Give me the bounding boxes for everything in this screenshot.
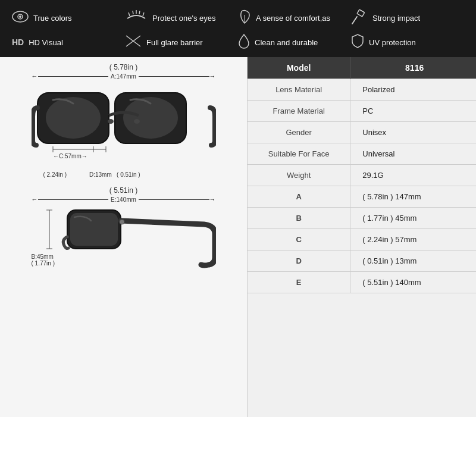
spec-c-value: ( 2.24in ) 57mm <box>350 229 476 250</box>
spec-face-value: Universal <box>350 143 476 165</box>
banner-row-1: True colors Protect one's eyes <box>12 8 464 27</box>
spec-d-label: D <box>248 250 350 272</box>
feature-uv-protection: UV protection <box>351 33 464 51</box>
spec-c-label: C <box>248 229 350 250</box>
feature-clean-text: Clean and durable <box>255 38 318 47</box>
b-dim-label: B:45mm ( 1.77in ) <box>32 253 55 267</box>
header-col1: Model <box>248 57 350 79</box>
feature-glare-barrier: Full glare barrier <box>125 35 238 50</box>
feature-uv-text: UV protection <box>369 38 416 47</box>
spec-frame-value: PC <box>350 101 476 122</box>
spec-lens-value: Polarized <box>350 79 476 101</box>
lashes-icon <box>125 10 148 26</box>
spec-e-label: E <box>248 272 350 293</box>
spec-row-d: D ( 0.51in ) 13mm <box>248 250 476 272</box>
main-content: ( 5.78in ) ← A:147mm → <box>0 57 476 417</box>
feature-protect-text: Protect one's eyes <box>152 14 216 23</box>
svg-line-4 <box>133 11 133 14</box>
spec-row-a: A ( 5.78in ) 147mm <box>248 186 476 208</box>
spec-row-gender: Gender Unisex <box>248 122 476 143</box>
shield-icon <box>351 33 364 51</box>
spec-weight-label: Weight <box>248 165 350 186</box>
left-panel-diagrams: ( 5.78in ) ← A:147mm → <box>0 57 247 417</box>
svg-line-10 <box>352 17 357 24</box>
d-dim-label: D:13mm ( 0.51in ) <box>89 171 140 178</box>
feature-hd-text: HD Visual <box>29 38 63 47</box>
right-panel-specs: Model 8116 Lens Material Polarized Frame… <box>247 57 476 417</box>
spec-row-b: B ( 1.77in ) 45mm <box>248 208 476 229</box>
spec-face-label: Suitable For Face <box>248 143 350 165</box>
svg-line-7 <box>143 12 144 16</box>
hd-icon: HD <box>12 38 24 46</box>
spec-gender-label: Gender <box>248 122 350 143</box>
banner-row-2: HD HD Visual Full glare barrier Clean an… <box>12 33 464 51</box>
feature-strong-impact: Strong impact <box>351 8 464 27</box>
feature-glare-text: Full glare barrier <box>146 38 203 47</box>
svg-line-6 <box>139 11 140 14</box>
spec-row-face: Suitable For Face Universal <box>248 143 476 165</box>
sunglasses-side-image: B:45mm ( 1.77in ) <box>32 204 216 281</box>
spec-a-label: A <box>248 186 350 208</box>
spec-e-value: ( 5.51in ) 140mm <box>350 272 476 293</box>
top-width-bracket: ← A:147mm → <box>32 73 216 80</box>
svg-point-18 <box>134 119 140 124</box>
spec-row-weight: Weight 29.1G <box>248 165 476 186</box>
svg-point-27 <box>120 220 124 224</box>
svg-point-17 <box>108 119 114 124</box>
feature-comfort: A sense of comfort,as <box>238 9 351 27</box>
spec-b-value: ( 1.77in ) 45mm <box>350 208 476 229</box>
side-view-diagram: ( 5.51in ) ← E:140mm → <box>12 186 235 281</box>
c-dim-label: ( 2.24in ) <box>43 171 67 178</box>
spec-a-value: ( 5.78in ) 147mm <box>350 186 476 208</box>
spec-row-frame: Frame Material PC <box>248 101 476 122</box>
feature-protect-eyes: Protect one's eyes <box>125 10 238 26</box>
sub-dimensions-cd: ( 2.24in ) D:13mm ( 0.51in ) <box>32 171 216 178</box>
side-width-label-in: ( 5.51in ) <box>109 186 137 195</box>
drop-icon <box>238 33 250 51</box>
spec-frame-label: Frame Material <box>248 101 350 122</box>
spec-weight-value: 29.1G <box>350 165 476 186</box>
spec-gender-value: Unisex <box>350 122 476 143</box>
hammer-icon <box>351 8 368 27</box>
spec-row-e: E ( 5.51in ) 140mm <box>248 272 476 293</box>
svg-rect-9 <box>357 10 365 17</box>
top-width-mm: A:147mm <box>108 73 139 80</box>
svg-point-2 <box>19 15 21 18</box>
feature-hd-visual: HD HD Visual <box>12 38 125 47</box>
eye-icon <box>12 10 29 26</box>
spec-table: Model 8116 Lens Material Polarized Frame… <box>248 57 476 293</box>
sunglasses-front-image: ←C:57mm→ <box>32 81 216 170</box>
spec-lens-label: Lens Material <box>248 79 350 101</box>
feature-true-colors: True colors <box>12 10 125 26</box>
header-col2: 8116 <box>350 57 476 79</box>
spec-header-row: Model 8116 <box>248 57 476 79</box>
feature-true-colors-text: True colors <box>33 14 72 23</box>
side-width-mm: E:140mm <box>108 196 139 203</box>
feature-clean-durable: Clean and durable <box>238 33 351 51</box>
glare-icon <box>125 35 142 50</box>
top-banner: True colors Protect one's eyes <box>0 0 476 57</box>
front-view-diagram: ( 5.78in ) ← A:147mm → <box>12 63 235 178</box>
feature-strong-impact-text: Strong impact <box>372 14 420 23</box>
svg-line-3 <box>129 12 130 16</box>
spec-row-lens: Lens Material Polarized <box>248 79 476 101</box>
svg-rect-26 <box>70 213 118 246</box>
spec-row-c: C ( 2.24in ) 57mm <box>248 229 476 250</box>
feature-comfort-text: A sense of comfort,as <box>256 14 330 23</box>
spec-d-value: ( 0.51in ) 13mm <box>350 250 476 272</box>
side-width-bracket: ← E:140mm → <box>32 196 216 203</box>
svg-text:←C:57mm→: ←C:57mm→ <box>53 153 87 159</box>
top-width-label-in: ( 5.78in ) <box>109 63 137 71</box>
leaf-icon <box>238 9 251 27</box>
spec-b-label: B <box>248 208 350 229</box>
